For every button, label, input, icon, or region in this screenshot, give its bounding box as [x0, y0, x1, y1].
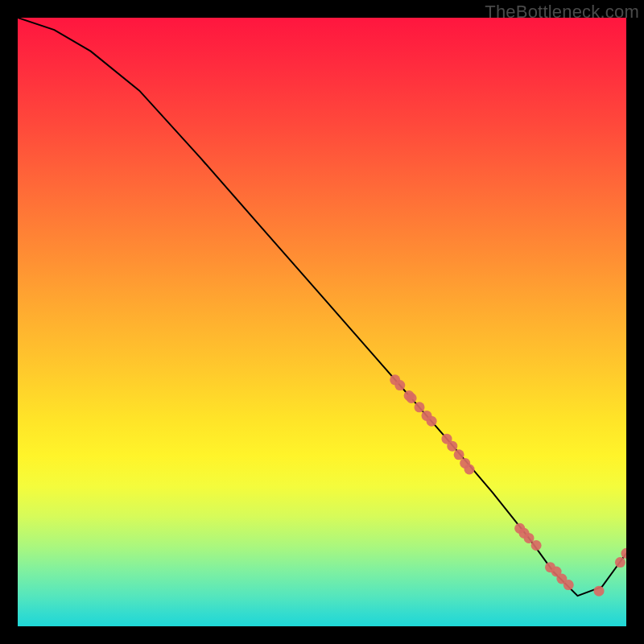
- data-marker: [415, 402, 425, 412]
- chart-svg: [18, 18, 626, 626]
- data-marker: [407, 393, 417, 403]
- data-marker: [464, 464, 475, 475]
- plot-area: [18, 18, 626, 626]
- data-marker: [621, 548, 627, 559]
- curve-line: [18, 18, 626, 596]
- data-marker: [447, 441, 457, 452]
- data-marker: [454, 449, 464, 460]
- data-marker: [427, 416, 437, 427]
- watermark-text: TheBottleneck.com: [485, 2, 639, 23]
- data-marker: [594, 586, 605, 597]
- data-marker: [531, 540, 542, 551]
- data-marker: [394, 380, 405, 390]
- data-marker: [615, 557, 625, 568]
- data-marker: [564, 580, 574, 590]
